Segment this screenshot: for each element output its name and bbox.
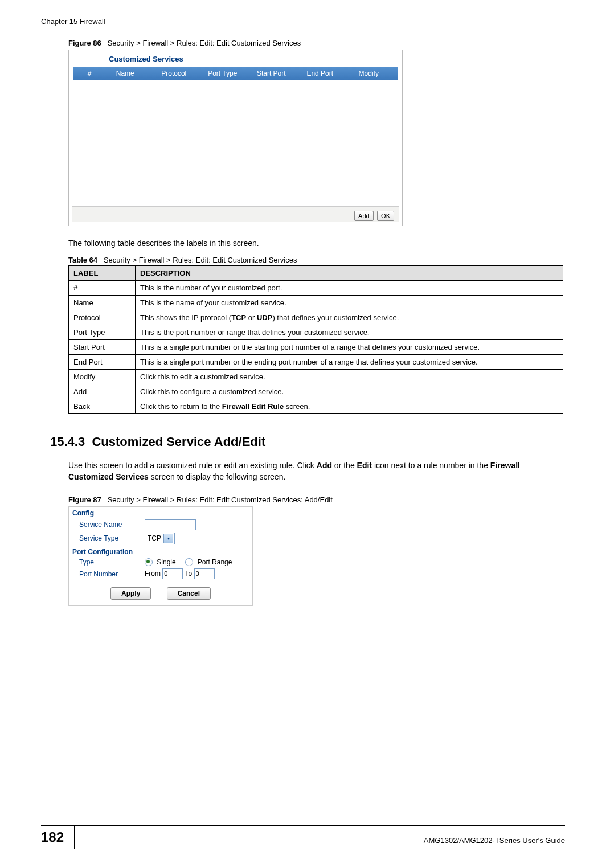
guide-name: AMG1302/AMG1202-TSeries User's Guide xyxy=(424,830,565,845)
table-row: End Port This is a single port number or… xyxy=(69,355,563,370)
chapter-header: Chapter 15 Firewall xyxy=(41,17,565,28)
customized-services-footer: Add OK xyxy=(72,206,399,222)
single-radio[interactable] xyxy=(145,558,153,566)
ok-button[interactable]: OK xyxy=(377,211,394,221)
figure-87-label: Figure 87 xyxy=(68,496,101,504)
col-name: Name xyxy=(101,69,150,77)
type-label: Type xyxy=(79,558,145,566)
cell-label: Add xyxy=(69,384,136,399)
service-type-value: TCP xyxy=(148,534,161,542)
cell-desc: This shows the IP protocol (TCP or UDP) … xyxy=(136,310,563,325)
txt: icon next to a rule number in the xyxy=(372,461,490,470)
table-row: Name This is the name of your customized… xyxy=(69,296,563,310)
cell-label: Protocol xyxy=(69,310,136,325)
table-row: Back Click this to return to the Firewal… xyxy=(69,399,563,414)
txt: screen to display the following screen. xyxy=(149,472,285,481)
service-name-row: Service Name xyxy=(69,518,252,531)
port-config-heading: Port Configuration xyxy=(69,546,252,557)
service-name-input[interactable] xyxy=(145,519,196,530)
page-footer: 182 AMG1302/AMG1202-TSeries User's Guide xyxy=(41,825,565,849)
chevron-down-icon: ▾ xyxy=(163,534,173,543)
port-range-label: Port Range xyxy=(198,558,232,566)
cell-label: Port Type xyxy=(69,325,136,340)
bold: Firewall Edit Rule xyxy=(222,402,284,411)
cell-desc: This is a single port number or the endi… xyxy=(136,355,563,370)
cell-desc: Click this to configure a customized ser… xyxy=(136,384,563,399)
table-row: # This is the number of your customized … xyxy=(69,281,563,296)
add-button[interactable]: Add xyxy=(354,211,374,221)
bold: Edit xyxy=(357,461,372,470)
table-row: Start Port This is a single port number … xyxy=(69,340,563,355)
service-name-label: Service Name xyxy=(79,521,145,529)
service-type-select[interactable]: TCP ▾ xyxy=(145,533,175,544)
figure-86-caption: Figure 86 Security > Firewall > Rules: E… xyxy=(68,39,565,47)
single-label: Single xyxy=(157,558,175,566)
figure-86-screenshot: Customized Services # Name Protocol Port… xyxy=(68,50,403,226)
from-input[interactable]: 0 xyxy=(162,568,183,579)
cell-label: End Port xyxy=(69,355,136,370)
table-header-row: LABEL DESCRIPTION xyxy=(69,266,563,281)
table-row: Port Type This is the port number or ran… xyxy=(69,325,563,340)
bold: Add xyxy=(317,461,332,470)
customized-services-header: # Name Protocol Port Type Start Port End… xyxy=(73,67,398,80)
txt: or xyxy=(246,313,257,322)
table-row: Modify Click this to edit a customized s… xyxy=(69,370,563,384)
col-endport: End Port xyxy=(296,69,345,77)
cell-label: Modify xyxy=(69,370,136,384)
figure-87-caption: Figure 87 Security > Firewall > Rules: E… xyxy=(68,496,565,504)
port-range-radio[interactable] xyxy=(185,558,193,566)
figure-87-screenshot: Config Service Name Service Type TCP ▾ P… xyxy=(68,506,253,607)
col-num: # xyxy=(78,69,101,77)
config-heading: Config xyxy=(69,507,252,518)
customized-services-title: Customized Services xyxy=(69,50,402,67)
table-64-label: Table 64 xyxy=(68,256,97,264)
intro-text: The following table describes the labels… xyxy=(68,239,565,248)
txt: Click this to return to the xyxy=(140,402,222,411)
figure-86-text: Security > Firewall > Rules: Edit: Edit … xyxy=(108,39,301,47)
cell-label: Back xyxy=(69,399,136,414)
section-title: Customized Service Add/Edit xyxy=(92,435,265,449)
txt: screen. xyxy=(284,402,310,411)
cell-label: Start Port xyxy=(69,340,136,355)
col-protocol: Protocol xyxy=(150,69,199,77)
table-64-caption: Table 64 Security > Firewall > Rules: Ed… xyxy=(68,256,565,264)
th-label: LABEL xyxy=(69,266,136,281)
figure-86-label: Figure 86 xyxy=(68,39,101,47)
table-64: LABEL DESCRIPTION # This is the number o… xyxy=(68,265,563,414)
col-modify: Modify xyxy=(345,69,394,77)
section-paragraph: Use this screen to add a customized rule… xyxy=(68,460,565,483)
service-type-label: Service Type xyxy=(79,534,145,542)
table-64-text: Security > Firewall > Rules: Edit: Edit … xyxy=(104,256,297,264)
section-heading: 15.4.3 Customized Service Add/Edit xyxy=(50,435,565,449)
to-input[interactable]: 0 xyxy=(194,568,215,579)
txt: ) that defines your customized service. xyxy=(272,313,399,322)
cell-desc: This is the name of your customized serv… xyxy=(136,296,563,310)
txt: or the xyxy=(332,461,357,470)
th-description: DESCRIPTION xyxy=(136,266,563,281)
page-number: 182 xyxy=(41,826,75,849)
service-type-row: Service Type TCP ▾ xyxy=(69,531,252,546)
apply-button[interactable]: Apply xyxy=(110,587,151,600)
figure-87-text: Security > Firewall > Rules: Edit: Edit … xyxy=(108,496,333,504)
cancel-button[interactable]: Cancel xyxy=(167,587,211,600)
table-row: Add Click this to configure a customized… xyxy=(69,384,563,399)
button-row: Apply Cancel xyxy=(69,580,252,605)
cell-label: # xyxy=(69,281,136,296)
txt: Use this screen to add a customized rule… xyxy=(68,461,317,470)
bold: TCP xyxy=(231,313,246,322)
cell-desc: This is the port number or range that de… xyxy=(136,325,563,340)
cell-desc: This is a single port number or the star… xyxy=(136,340,563,355)
bold: UDP xyxy=(257,313,272,322)
to-label: To xyxy=(185,570,192,578)
cell-desc: This is the number of your customized po… xyxy=(136,281,563,296)
port-number-row: Port Number From 0 To 0 xyxy=(69,567,252,580)
type-row: Type Single Port Range xyxy=(69,557,252,568)
txt: This shows the IP protocol ( xyxy=(140,313,231,322)
cell-desc: Click this to edit a customized service. xyxy=(136,370,563,384)
table-row: Protocol This shows the IP protocol (TCP… xyxy=(69,310,563,325)
col-startport: Start Port xyxy=(247,69,296,77)
col-porttype: Port Type xyxy=(198,69,247,77)
cell-desc: Click this to return to the Firewall Edi… xyxy=(136,399,563,414)
from-label: From xyxy=(145,570,161,578)
port-number-label: Port Number xyxy=(79,570,145,578)
